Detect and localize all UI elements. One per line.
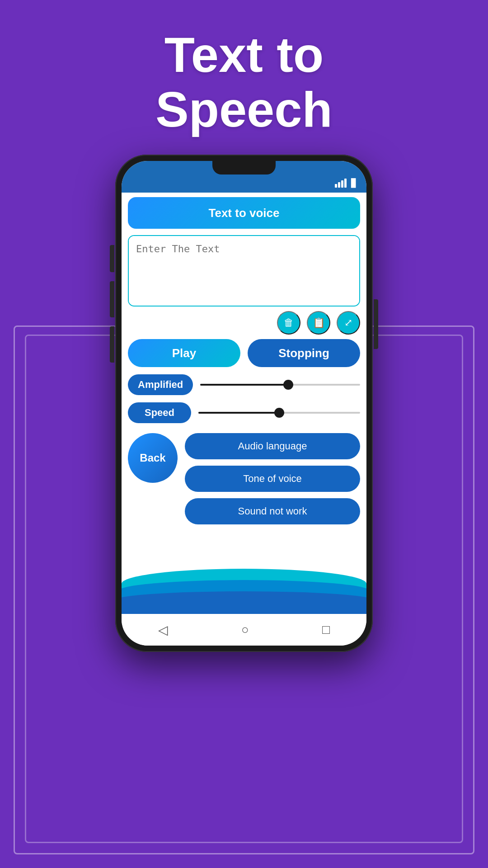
icon-btn-row: 🗑 📋 ⤢ bbox=[122, 307, 366, 339]
nav-recent-icon[interactable]: □ bbox=[322, 623, 330, 637]
side-btn-volume-down bbox=[110, 281, 114, 317]
back-button[interactable]: Back bbox=[128, 433, 178, 483]
speed-slider-fill bbox=[198, 412, 279, 414]
phone-screen: ▊ Text to voice 🗑 📋 ⤢ Play Stopping bbox=[122, 161, 366, 646]
battery-icon: ▊ bbox=[351, 178, 357, 188]
tone-of-voice-button[interactable]: Tone of voice bbox=[185, 466, 360, 492]
wave-decoration bbox=[122, 529, 366, 614]
amplified-label: Amplified bbox=[128, 374, 193, 395]
nav-bar: ◁ ○ □ bbox=[122, 614, 366, 646]
app-header-title: Text to voice bbox=[208, 206, 279, 220]
side-btn-power bbox=[374, 299, 378, 349]
audio-language-button[interactable]: Audio language bbox=[185, 433, 360, 459]
bottom-section: Back Audio language Tone of voice Sound … bbox=[122, 427, 366, 529]
stop-button[interactable]: Stopping bbox=[248, 339, 360, 367]
amplified-slider-thumb[interactable] bbox=[283, 380, 293, 390]
notch bbox=[212, 161, 276, 175]
page-title: Text to Speech bbox=[155, 27, 332, 137]
notch-bar: ▊ bbox=[122, 161, 366, 193]
phone-mockup: ▊ Text to voice 🗑 📋 ⤢ Play Stopping bbox=[115, 155, 373, 652]
text-input[interactable] bbox=[129, 236, 359, 304]
phone-body: ▊ Text to voice 🗑 📋 ⤢ Play Stopping bbox=[115, 155, 373, 652]
signal-icon bbox=[335, 179, 347, 188]
speed-slider-row: Speed bbox=[122, 399, 366, 427]
app-header: Text to voice bbox=[128, 197, 360, 229]
speed-slider-thumb[interactable] bbox=[274, 408, 284, 418]
expand-button[interactable]: ⤢ bbox=[337, 311, 360, 335]
side-btn-volume-up bbox=[110, 245, 114, 272]
delete-button[interactable]: 🗑 bbox=[277, 311, 300, 335]
text-input-wrap[interactable] bbox=[128, 235, 360, 307]
speed-label: Speed bbox=[128, 402, 191, 423]
amplified-slider-track[interactable] bbox=[200, 384, 360, 386]
speed-slider-track[interactable] bbox=[198, 412, 360, 414]
sound-not-work-button[interactable]: Sound not work bbox=[185, 498, 360, 524]
side-btn-silent bbox=[110, 326, 114, 363]
play-button[interactable]: Play bbox=[128, 339, 240, 367]
nav-back-icon[interactable]: ◁ bbox=[158, 623, 168, 637]
right-buttons-column: Audio language Tone of voice Sound not w… bbox=[185, 433, 360, 524]
amplified-slider-row: Amplified bbox=[122, 371, 366, 399]
nav-home-icon[interactable]: ○ bbox=[241, 623, 249, 637]
status-icons: ▊ bbox=[335, 178, 357, 188]
amplified-slider-fill bbox=[200, 384, 288, 386]
clipboard-button[interactable]: 📋 bbox=[307, 311, 330, 335]
wave-3 bbox=[122, 591, 366, 614]
action-row: Play Stopping bbox=[122, 339, 366, 367]
